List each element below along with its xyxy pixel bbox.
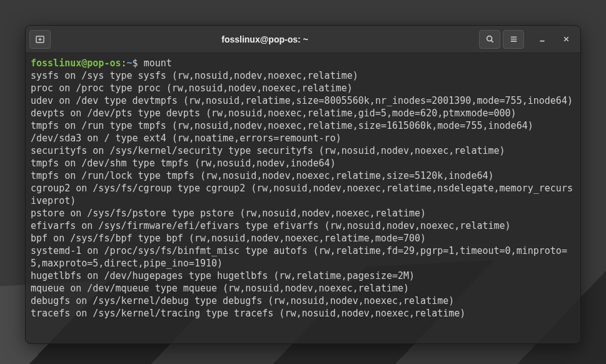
prompt-user-host: fosslinux@pop-os (31, 58, 121, 69)
output-line: securityfs on /sys/kernel/security type … (31, 144, 575, 157)
output-line: sysfs on /sys type sysfs (rw,nosuid,node… (31, 69, 575, 82)
terminal-body[interactable]: fosslinux@pop-os:~$ mountsysfs on /sys t… (26, 53, 580, 343)
minimize-button[interactable] (532, 30, 553, 49)
output-line: tmpfs on /run type tmpfs (rw,nosuid,node… (31, 119, 575, 132)
output-line: tmpfs on /run/lock type tmpfs (rw,nosuid… (31, 169, 575, 182)
terminal-window: fosslinux@pop-os: ~ (25, 25, 581, 344)
output-line: hugetlbfs on /dev/hugepages type hugetlb… (31, 270, 575, 282)
output-line: mqueue on /dev/mqueue type mqueue (rw,no… (31, 282, 575, 295)
output-line: /dev/sda3 on / type ext4 (rw,noatime,err… (31, 132, 575, 144)
output-line: pstore on /sys/fs/pstore type pstore (rw… (31, 207, 575, 220)
close-button[interactable] (555, 30, 577, 49)
new-tab-icon (35, 34, 45, 44)
output-line: efivarfs on /sys/firmware/efi/efivars ty… (31, 220, 575, 232)
command-text: mount (144, 58, 172, 69)
search-button[interactable] (479, 30, 500, 49)
output-line: devpts on /dev/pts type devpts (rw,nosui… (31, 107, 575, 119)
svg-point-3 (487, 36, 492, 41)
hamburger-icon (509, 34, 518, 44)
output-line: cgroup2 on /sys/fs/cgroup type cgroup2 (… (31, 182, 575, 207)
prompt-separator: : (121, 58, 127, 69)
prompt-path: ~ (127, 58, 133, 69)
output-line: systemd-1 on /proc/sys/fs/binfmt_misc ty… (31, 245, 575, 270)
menu-button[interactable] (503, 30, 524, 49)
search-icon (485, 34, 495, 44)
output-line: proc on /proc type proc (rw,nosuid,nodev… (31, 82, 575, 94)
titlebar: fosslinux@pop-os: ~ (26, 26, 580, 53)
output-line: bpf on /sys/fs/bpf type bpf (rw,nosuid,n… (31, 232, 575, 245)
output-line: tracefs on /sys/kernel/tracing type trac… (31, 307, 575, 320)
window-title: fosslinux@pop-os: ~ (53, 34, 477, 44)
minimize-icon (538, 35, 547, 44)
close-icon (562, 35, 570, 43)
new-tab-button[interactable] (29, 30, 51, 49)
output-line: debugfs on /sys/kernel/debug type debugf… (31, 295, 575, 307)
prompt-line: fosslinux@pop-os:~$ mount (31, 57, 575, 69)
svg-line-4 (491, 41, 493, 43)
output-line: tmpfs on /dev/shm type tmpfs (rw,nosuid,… (31, 157, 575, 169)
prompt-symbol: $ (133, 58, 144, 69)
output-line: udev on /dev type devtmpfs (rw,nosuid,re… (31, 94, 575, 107)
